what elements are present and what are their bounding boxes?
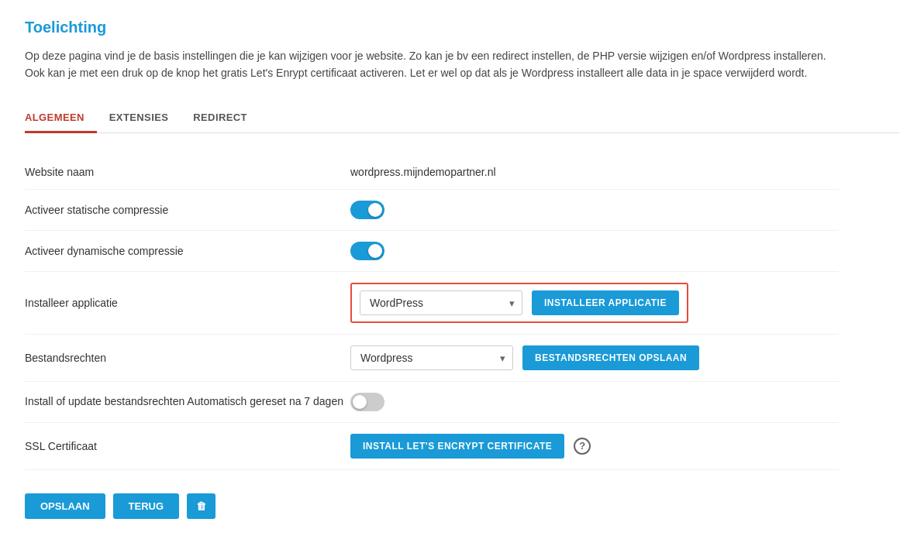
installeer-applicatie-select-wrap: WordPress Joomla Drupal (360, 290, 522, 315)
website-naam-label: Website naam (25, 166, 350, 178)
tab-algemeen[interactable]: ALGEMEEN (25, 105, 97, 133)
installeer-applicatie-control: WordPress Joomla Drupal INSTALLEER APPLI… (350, 283, 688, 323)
website-naam-control: wordpress.mijndemopartner.nl (350, 166, 496, 178)
bestandsrechten-toggle-label: Install of update bestandsrechten Automa… (25, 393, 350, 410)
save-button[interactable]: OPSLAAN (25, 493, 105, 519)
page-title: Toelichting (25, 19, 899, 36)
bestandsrechten-toggle-row: Install of update bestandsrechten Automa… (25, 382, 839, 423)
statische-compressie-label: Activeer statische compressie (25, 204, 350, 216)
tab-extensies[interactable]: EXTENSIES (109, 105, 181, 133)
bestandsrechten-label: Bestandsrechten (25, 352, 350, 364)
ssl-row: SSL Certificaat INSTALL LET'S ENCRYPT CE… (25, 423, 839, 470)
action-buttons: OPSLAAN TERUG 🗑 (25, 493, 899, 519)
ssl-label: SSL Certificaat (25, 440, 350, 452)
page-description: Op deze pagina vind je de basis instelli… (25, 47, 839, 82)
bestandsrechten-auto-toggle[interactable] (350, 393, 384, 411)
statische-compressie-control (350, 201, 384, 219)
back-button[interactable]: TERUG (113, 493, 180, 519)
installeer-applicatie-button[interactable]: INSTALLEER APPLICATIE (532, 290, 679, 315)
bestandsrechten-row: Bestandsrechten Wordpress Joomla Drupal … (25, 335, 839, 382)
trash-icon: 🗑 (196, 500, 206, 512)
installeer-applicatie-label: Installeer applicatie (25, 297, 350, 309)
bestandsrechten-select-wrap: Wordpress Joomla Drupal (350, 345, 513, 370)
installeer-applicatie-select[interactable]: WordPress Joomla Drupal (360, 290, 522, 315)
installeer-applicatie-highlight: WordPress Joomla Drupal INSTALLEER APPLI… (350, 283, 688, 323)
tab-redirect[interactable]: REDIRECT (193, 105, 260, 133)
bestandsrechten-auto-slider (350, 393, 384, 411)
bestandsrechten-select[interactable]: Wordpress Joomla Drupal (350, 345, 513, 370)
website-naam-row: Website naam wordpress.mijndemopartner.n… (25, 155, 839, 190)
dynamische-compressie-row: Activeer dynamische compressie (25, 231, 839, 272)
dynamische-compressie-control (350, 242, 384, 260)
bestandsrechten-toggle-control (350, 393, 384, 411)
form-section: Website naam wordpress.mijndemopartner.n… (25, 155, 839, 470)
tab-bar: ALGEMEEN EXTENSIES REDIRECT (25, 105, 899, 133)
delete-button[interactable]: 🗑 (187, 493, 215, 519)
website-naam-value: wordpress.mijndemopartner.nl (350, 166, 496, 178)
bestandsrechten-opslaan-button[interactable]: BESTANDSRECHTEN OPSLAAN (522, 345, 699, 370)
dynamische-compressie-toggle[interactable] (350, 242, 384, 260)
installeer-applicatie-row: Installeer applicatie WordPress Joomla D… (25, 272, 839, 335)
ssl-control: INSTALL LET'S ENCRYPT CERTIFICATE ? (350, 434, 591, 459)
dynamische-compressie-slider (350, 242, 384, 260)
bestandsrechten-control: Wordpress Joomla Drupal BESTANDSRECHTEN … (350, 345, 699, 370)
statische-compressie-slider (350, 201, 384, 219)
ssl-button[interactable]: INSTALL LET'S ENCRYPT CERTIFICATE (350, 434, 564, 459)
statische-compressie-row: Activeer statische compressie (25, 190, 839, 231)
dynamische-compressie-label: Activeer dynamische compressie (25, 245, 350, 257)
statische-compressie-toggle[interactable] (350, 201, 384, 219)
ssl-help-icon[interactable]: ? (574, 438, 591, 455)
